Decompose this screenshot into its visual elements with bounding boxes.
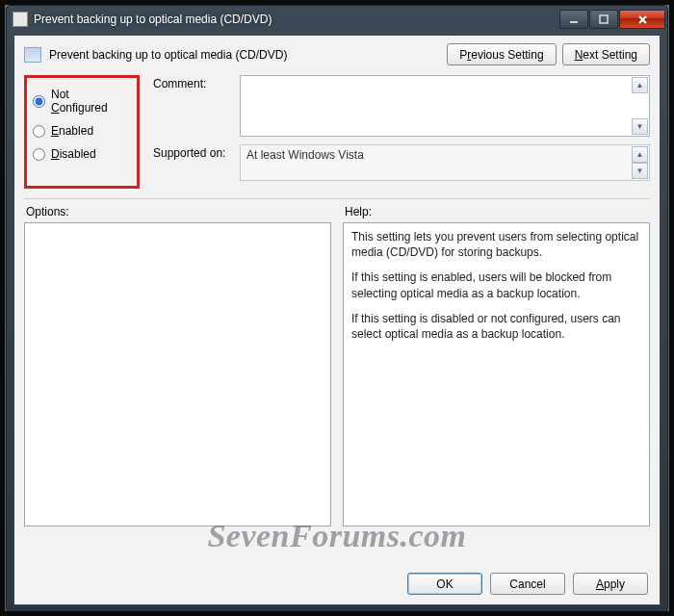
supported-label: Supported on: [153,144,240,181]
policy-title: Prevent backing up to optical media (CD/… [49,48,441,62]
radio-disabled-input[interactable] [33,148,45,161]
options-label: Options: [24,203,331,222]
client-area: Prevent backing up to optical media (CD/… [13,35,661,605]
help-panel[interactable]: This setting lets you prevent users from… [343,222,650,526]
ok-button[interactable]: OK [407,573,482,595]
cancel-button[interactable]: Cancel [490,573,565,595]
radio-enabled[interactable]: Enabled [33,124,127,138]
supported-on-value-box: At least Windows Vista ▲ ▼ [240,144,650,181]
options-panel[interactable] [24,222,331,526]
svg-rect-0 [570,21,578,23]
svg-rect-1 [600,15,608,23]
minimize-button[interactable] [559,10,588,29]
help-text-p1: This setting lets you prevent users from… [351,229,641,260]
titlebar-app-icon [13,12,28,27]
radio-enabled-label: Enabled [51,124,93,138]
scroll-up-icon: ▲ [632,146,648,163]
window-frame: Prevent backing up to optical media (CD/… [6,5,668,613]
titlebar[interactable]: Prevent backing up to optical media (CD/… [7,6,667,33]
previous-setting-button[interactable]: Previous Setting [447,43,556,65]
fields-area: Comment: ▲ ▼ Supported on: At least Wind… [153,75,650,189]
comment-label: Comment: [153,75,240,137]
radio-disabled[interactable]: Disabled [33,147,127,161]
scroll-up-icon[interactable]: ▲ [632,77,648,93]
supported-on-value: At least Windows Vista [246,148,364,162]
radio-not-configured-label: Not Configured [51,88,127,115]
lower-row: Options: Help: This setting lets you pre… [14,203,660,526]
radio-disabled-label: Disabled [51,147,96,161]
radio-not-configured-input[interactable] [33,95,45,108]
scroll-down-icon[interactable]: ▼ [632,118,648,135]
supported-row: Supported on: At least Windows Vista ▲ ▼ [153,144,650,181]
section-divider [24,198,650,199]
scroll-down-icon: ▼ [632,163,648,179]
config-row: Not Configured Enabled Disabled Comment: [14,69,660,189]
window-controls [558,10,665,29]
policy-header-row: Prevent backing up to optical media (CD/… [14,36,660,69]
comment-input[interactable]: ▲ ▼ [240,75,650,137]
help-text-p3: If this setting is disabled or not confi… [351,311,641,342]
comment-scrollbar[interactable]: ▲ ▼ [632,77,648,135]
radio-enabled-input[interactable] [33,125,45,138]
comment-row: Comment: ▲ ▼ [153,75,650,137]
window-title: Prevent backing up to optical media (CD/… [34,13,558,26]
options-column: Options: [24,203,331,526]
radio-not-configured[interactable]: Not Configured [33,88,127,115]
apply-button[interactable]: Apply [573,573,648,595]
close-icon [637,14,648,25]
dialog-button-bar: OK Cancel Apply [407,573,648,595]
help-label: Help: [343,203,650,222]
close-button[interactable] [619,10,665,29]
maximize-icon [599,14,609,24]
policy-icon [24,47,41,63]
state-radio-group: Not Configured Enabled Disabled [24,75,140,189]
minimize-icon [569,14,579,24]
next-setting-button[interactable]: Next Setting [562,43,650,65]
maximize-button[interactable] [589,10,618,29]
help-text-p2: If this setting is enabled, users will b… [351,270,641,300]
supported-scrollbar: ▲ ▼ [632,146,648,179]
help-column: Help: This setting lets you prevent user… [343,203,650,526]
